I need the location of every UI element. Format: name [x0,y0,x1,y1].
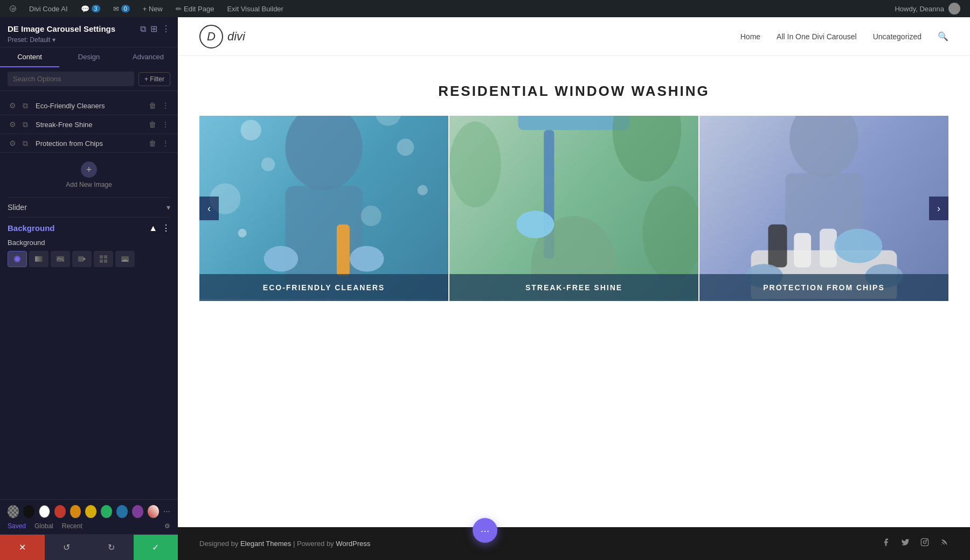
add-new-label: Add New Image [66,181,112,188]
swatches-row: ··· [8,505,170,518]
exit-builder-btn[interactable]: Exit Visual Builder [223,0,288,17]
copy-icon-streak[interactable]: ⧉ [20,120,30,129]
bg-type-image[interactable] [51,251,70,267]
swatch-blue[interactable] [116,505,128,518]
cancel-button[interactable]: ✕ [0,535,45,560]
chevron-down-icon: ▾ [167,203,170,212]
more-options-icon-protection[interactable]: ⋮ [161,138,170,148]
comments-menu[interactable]: 💬 3 [77,0,105,17]
background-section-header[interactable]: Background ▲ ⋮ [8,218,170,239]
slider-section-header[interactable]: Slider ▾ [0,198,178,217]
swatch-tab-recent[interactable]: Recent [62,522,82,530]
add-new-image-btn[interactable]: + Add New Image [0,153,178,197]
image-item-streak[interactable]: ⚙ ⧉ Streak-Free Shine 🗑 ⋮ [0,115,178,134]
more-swatches-icon[interactable]: ··· [163,507,170,516]
logo-circle: D [199,25,223,48]
image-item-protection[interactable]: ⚙ ⧉ Protection from Chips 🗑 ⋮ [0,134,178,153]
footer-text: Designed by Elegant Themes | Powered by … [199,540,370,548]
edit-page-btn[interactable]: ✏ Edit Page [171,0,218,17]
image-item-label-eco: Eco-Friendly Cleaners [36,102,148,110]
slider-section-title: Slider [8,203,27,212]
nav-link-uncategorized[interactable]: Uncategorized [873,32,922,41]
panel-header: DE Image Carousel Settings ⧉ ⊞ ⋮ Preset:… [0,17,178,47]
delete-icon[interactable]: 🗑 [148,101,157,110]
svg-rect-45 [794,233,811,268]
more-icon[interactable]: ⋮ [162,24,170,34]
settings-icon[interactable]: ⚙ [8,101,17,110]
undo-button[interactable]: ↺ [45,535,89,560]
swatch-orange[interactable] [70,505,81,518]
preview-footer: Designed by Elegant Themes | Powered by … [178,527,970,560]
carousel-prev-btn[interactable]: ‹ [199,197,219,220]
fab-button[interactable]: ··· [473,518,497,543]
wp-logo[interactable]: W [5,0,20,17]
footer-wp-link[interactable]: WordPress [336,540,370,548]
undo-icon: ↺ [63,542,70,552]
copy-icon-protection[interactable]: ⧉ [20,138,30,148]
divi-code-ai-menu[interactable]: Divi Code AI [25,0,72,17]
bg-type-gradient[interactable] [29,251,48,267]
save-button[interactable]: ✓ [134,535,178,560]
carousel-next-btn[interactable]: › [929,197,948,220]
swatch-settings-icon[interactable]: ⚙ [164,522,170,530]
instagram-icon[interactable] [920,538,929,549]
bg-type-pattern[interactable] [94,251,113,267]
svg-point-27 [238,229,247,237]
search-input[interactable] [8,72,134,86]
wp-admin-bar: W Divi Code AI 💬 3 ✉ 0 + New ✏ Edit Page… [0,0,970,17]
comments-count: 3 [92,5,100,12]
nav-link-home[interactable]: Home [740,32,760,41]
image-item-eco[interactable]: ⚙ ⧉ Eco-Friendly Cleaners 🗑 ⋮ [0,96,178,115]
redo-button[interactable]: ↻ [89,535,134,560]
swatch-red[interactable] [54,505,66,518]
footer-elegant-link[interactable]: Elegant Themes [240,540,291,548]
panel-actions: ✕ ↺ ↻ ✓ [0,534,178,560]
duplicate-icon[interactable]: ⧉ [140,24,146,34]
svg-point-20 [261,158,275,171]
new-menu[interactable]: + New [138,0,167,17]
delete-icon-protection[interactable]: 🗑 [148,138,157,148]
layout-icon[interactable]: ⊞ [150,24,157,34]
bg-type-color[interactable] [8,251,27,267]
tab-design[interactable]: Design [59,47,119,67]
filter-button[interactable]: + Filter [138,72,170,86]
swatch-custom[interactable] [148,505,159,518]
settings-dots-icon[interactable]: ⋮ [162,223,170,233]
more-options-icon[interactable]: ⋮ [161,101,170,110]
svg-rect-8 [100,255,103,258]
svg-point-28 [418,185,428,195]
twitter-icon[interactable] [901,538,910,549]
swatch-green[interactable] [101,505,112,518]
more-options-icon-streak[interactable]: ⋮ [161,120,170,129]
bg-type-mask[interactable] [115,251,135,267]
delete-icon-streak[interactable]: 🗑 [148,120,157,129]
facebook-icon[interactable] [882,538,890,549]
tab-advanced[interactable]: Advanced [119,47,178,67]
swatch-transparent[interactable] [8,505,19,518]
save-icon: ✓ [152,542,159,552]
svg-rect-4 [35,256,43,262]
bg-type-video[interactable] [72,251,92,267]
collapse-icon[interactable]: ▲ [149,223,157,233]
item-left-icons: ⚙ ⧉ [8,101,30,110]
swatch-tab-global[interactable]: Global [34,522,53,530]
item-right-icons-streak: 🗑 ⋮ [148,120,170,129]
panel-preset[interactable]: Preset: Default ▾ [8,36,170,44]
tab-content[interactable]: Content [0,47,59,67]
swatch-purple[interactable] [132,505,143,518]
messages-menu[interactable]: ✉ 0 [109,0,134,17]
copy-icon[interactable]: ⧉ [20,101,30,110]
nav-search-icon[interactable]: 🔍 [938,31,948,41]
rss-icon[interactable] [940,538,948,549]
swatch-tab-saved[interactable]: Saved [8,522,26,530]
carousel-heading: RESIDENTIAL WINDOW WASHING [199,83,948,100]
swatch-yellow[interactable] [85,505,96,518]
swatch-black[interactable] [23,505,34,518]
nav-link-carousel[interactable]: All In One Divi Carousel [777,32,857,41]
svg-rect-9 [104,255,107,258]
settings-icon-streak[interactable]: ⚙ [8,120,17,129]
svg-rect-44 [768,225,787,268]
swatch-white[interactable] [39,505,50,518]
preview-nav: D divi Home All In One Divi Carousel Unc… [178,17,970,56]
settings-icon-protection[interactable]: ⚙ [8,138,17,148]
